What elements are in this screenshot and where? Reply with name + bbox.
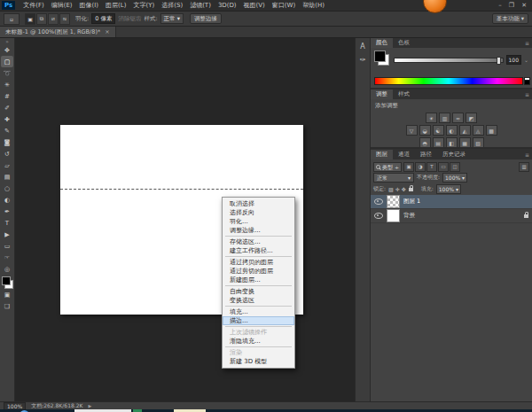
layers-tab-3[interactable]: 历史记录 xyxy=(437,150,471,159)
layer-row[interactable]: 图层 1 xyxy=(371,195,532,209)
brush-panel-icon[interactable]: ✑ xyxy=(360,56,366,64)
blur-tool-icon[interactable]: ○ xyxy=(1,183,13,194)
foreground-background-swatches[interactable] xyxy=(374,51,389,66)
add-to-selection-icon[interactable]: ⧉ xyxy=(36,13,47,25)
refine-edge-button[interactable]: 调整边缘 xyxy=(190,13,222,24)
layer-thumbnail[interactable] xyxy=(387,209,400,222)
foreground-color-swatch[interactable] xyxy=(2,276,11,285)
adjustments-tab-1[interactable]: 样式 xyxy=(393,89,415,99)
quick-mask-icon[interactable]: ▣ xyxy=(1,289,13,300)
context-menu-item-new-layer[interactable]: 新建图层... xyxy=(223,276,294,284)
color-panel-menu-icon[interactable]: ≡ xyxy=(522,40,532,46)
brush-tool-icon[interactable]: ✎ xyxy=(1,125,13,136)
status-options-arrow[interactable]: ▶ xyxy=(88,403,91,408)
pen-tool-icon[interactable]: ✒ xyxy=(1,206,13,217)
antialias-checkbox[interactable]: 消除锯齿 xyxy=(118,15,141,23)
layer-filter-switch[interactable]: ▥ xyxy=(519,162,529,172)
menubar-item[interactable]: 帮助(H) xyxy=(299,2,328,9)
tool-preset-picker[interactable]: ▫ xyxy=(4,13,20,25)
menubar-item[interactable]: 视图(V) xyxy=(240,2,269,9)
invert-adjustment-icon[interactable]: ◓ xyxy=(419,137,431,148)
filter-adjustment-layers-icon[interactable]: ◑ xyxy=(415,162,426,172)
eraser-tool-icon[interactable]: ▱ xyxy=(1,159,13,171)
menubar-item[interactable]: 3D(D) xyxy=(215,2,240,9)
menubar-item[interactable]: 图层(L) xyxy=(102,2,129,9)
window-close-button[interactable]: ✕ xyxy=(521,2,527,9)
layer-thumbnail[interactable] xyxy=(387,195,400,208)
adjustments-panel-menu-icon[interactable]: ≡ xyxy=(522,91,532,97)
context-menu-item-new-3d-extrusion[interactable]: 新建 3D 模型 xyxy=(223,357,294,366)
menubar-item[interactable]: 窗口(W) xyxy=(269,2,299,9)
levels-adjustment-icon[interactable]: ▥ xyxy=(439,113,450,123)
context-menu-item-transform-selection[interactable]: 变换选区 xyxy=(223,296,294,305)
layers-panel-menu-icon[interactable]: ≡ xyxy=(522,152,532,158)
move-tool-icon[interactable]: ✥ xyxy=(1,44,13,56)
character-panel-icon[interactable]: A xyxy=(360,43,364,51)
hand-tool-icon[interactable]: ☞ xyxy=(1,252,13,263)
window-minimize-button[interactable]: – xyxy=(498,2,502,9)
context-menu-item-save-selection[interactable]: 存储选区... xyxy=(223,237,294,246)
layers-tab-1[interactable]: 通道 xyxy=(393,150,415,159)
context-menu-item-select-inverse[interactable]: 选择反向 xyxy=(223,208,294,217)
dodge-tool-icon[interactable]: ◐ xyxy=(1,194,13,206)
close-document-icon[interactable]: × xyxy=(105,28,109,35)
spot-healing-tool-icon[interactable]: ✚ xyxy=(1,113,13,125)
menubar-item[interactable]: 文件(F) xyxy=(20,2,48,9)
menubar-item[interactable]: 滤镜(T) xyxy=(186,2,215,9)
menubar-item[interactable]: 文字(Y) xyxy=(129,2,158,9)
context-menu-item-refine-edge[interactable]: 调整边缘... xyxy=(223,226,294,235)
eyedropper-tool-icon[interactable]: ✐ xyxy=(1,102,13,113)
new-selection-icon[interactable]: ▣ xyxy=(25,13,35,25)
color-spectrum-ramp[interactable] xyxy=(374,77,523,85)
clone-stamp-tool-icon[interactable]: ◙ xyxy=(1,136,13,148)
lasso-tool-icon[interactable]: ➰ xyxy=(1,67,13,79)
filter-type-layers-icon[interactable]: T xyxy=(426,162,437,172)
layer-visibility-eye-icon[interactable] xyxy=(374,213,383,219)
toolbox-collapse-icon[interactable]: » xyxy=(5,38,9,44)
feather-input[interactable]: 0 像素 xyxy=(91,13,115,24)
menubar-item[interactable]: 选择(S) xyxy=(158,2,186,9)
quick-selection-tool-icon[interactable]: ✳ xyxy=(1,79,13,90)
window-restore-button[interactable]: ❐ xyxy=(509,2,514,9)
zoom-tool-icon[interactable]: ◎ xyxy=(1,263,13,275)
fill-input[interactable]: 100% ▾ xyxy=(436,184,461,194)
adjustments-tab-0[interactable]: 调整 xyxy=(371,89,393,99)
type-tool-icon[interactable]: T xyxy=(1,217,13,229)
curves-adjustment-icon[interactable]: ≈ xyxy=(452,113,464,123)
layer-filter-kind-select[interactable]: 类型 ÷ xyxy=(373,162,402,172)
menubar-item[interactable]: 编辑(E) xyxy=(48,2,76,9)
color-tab-0[interactable]: 颜色 xyxy=(371,38,393,48)
exposure-adjustment-icon[interactable]: ◩ xyxy=(466,113,477,123)
foreground-color-swatch[interactable] xyxy=(374,51,386,62)
toolbox-color-swatches[interactable] xyxy=(2,276,13,289)
filter-smart-objects-icon[interactable]: ◫ xyxy=(450,162,460,172)
context-menu-item-make-work-path[interactable]: 建立工作路径... xyxy=(223,246,294,255)
layers-tab-2[interactable]: 路径 xyxy=(415,150,437,159)
color-tab-1[interactable]: 色板 xyxy=(393,38,415,48)
black-white-adjustment-icon[interactable]: ◐ xyxy=(446,125,458,136)
context-menu-item-layer-via-copy[interactable]: 通过拷贝的图层 xyxy=(223,258,294,267)
threshold-adjustment-icon[interactable]: ◧ xyxy=(446,137,458,148)
layers-tab-0[interactable]: 图层 xyxy=(371,150,393,159)
workspace-switcher-button[interactable]: 基本功能 ▾ xyxy=(492,13,528,24)
color-balance-adjustment-icon[interactable]: ☯ xyxy=(433,125,444,136)
crop-tool-icon[interactable]: # xyxy=(1,90,13,102)
filter-shape-layers-icon[interactable]: ▭ xyxy=(438,162,449,172)
gradient-map-adjustment-icon[interactable]: ▦ xyxy=(459,137,471,148)
history-brush-tool-icon[interactable]: ↺ xyxy=(1,148,13,159)
color-slider-value[interactable]: 100 xyxy=(506,55,521,65)
context-menu-item-free-transform[interactable]: 自由变换 xyxy=(223,287,294,296)
brightness-contrast-adjustment-icon[interactable]: ☀ xyxy=(426,113,437,123)
lock-transparent-pixels-icon[interactable]: ▨ xyxy=(388,186,394,192)
lock-all-icon[interactable] xyxy=(409,188,413,191)
context-menu-item-layer-via-cut[interactable]: 通过剪切的图层 xyxy=(223,267,294,276)
color-slider[interactable] xyxy=(394,58,504,63)
layer-row[interactable]: 背景 xyxy=(371,209,532,223)
hue-saturation-adjustment-icon[interactable]: ◒ xyxy=(419,125,431,136)
slider-handle[interactable] xyxy=(497,57,501,65)
filter-pixel-layers-icon[interactable]: ▣ xyxy=(403,162,414,172)
context-menu-item-feather[interactable]: 羽化... xyxy=(223,217,294,226)
context-menu-item-deselect[interactable]: 取消选择 xyxy=(223,199,294,208)
screen-mode-icon[interactable]: ❏ xyxy=(1,300,13,312)
blend-mode-select[interactable]: 正常 ▾ xyxy=(373,173,414,183)
